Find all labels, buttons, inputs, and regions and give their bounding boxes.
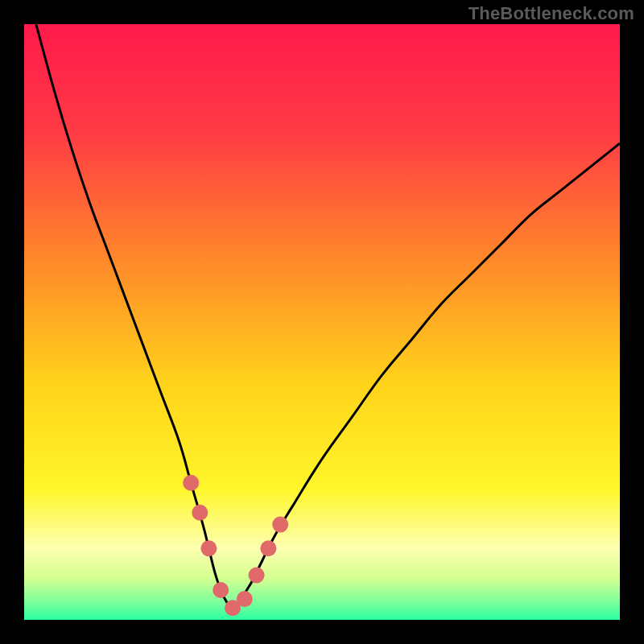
marker-group: [183, 475, 288, 616]
chart-stage: TheBottleneck.com: [0, 0, 644, 644]
marker-layer: [24, 24, 620, 620]
marker-dot: [260, 540, 276, 556]
watermark-text: TheBottleneck.com: [469, 3, 634, 24]
marker-dot: [192, 505, 208, 521]
marker-dot: [213, 582, 229, 598]
marker-dot: [272, 517, 288, 533]
marker-dot: [237, 591, 253, 607]
plot-frame: [24, 24, 620, 620]
marker-dot: [200, 540, 217, 556]
marker-dot: [249, 568, 265, 584]
marker-dot: [183, 475, 199, 491]
